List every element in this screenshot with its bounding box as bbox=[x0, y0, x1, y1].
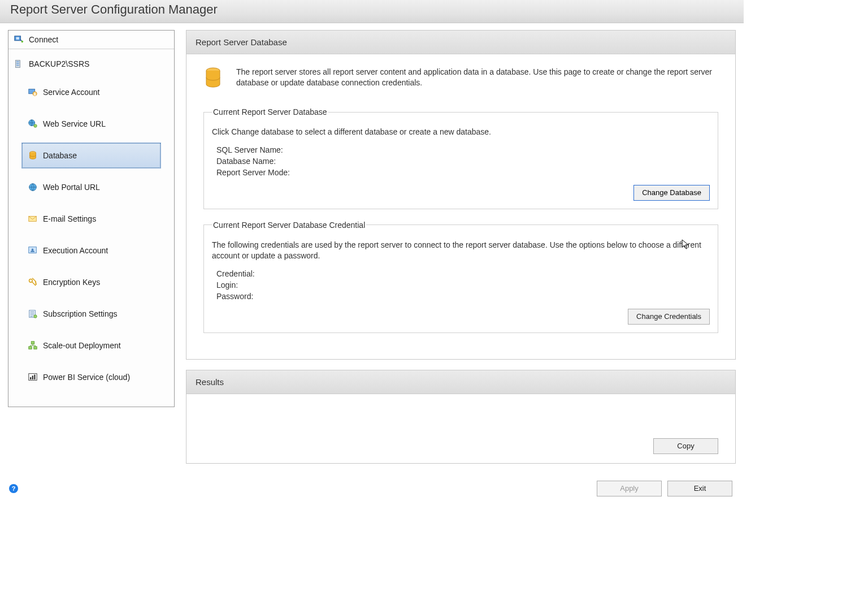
intro-text: The report server stores all report serv… bbox=[236, 67, 718, 89]
svg-rect-21 bbox=[29, 347, 32, 349]
subscription-icon bbox=[27, 308, 38, 319]
nav-scale-out[interactable]: Scale-out Deployment bbox=[22, 333, 160, 358]
nav-label: Database bbox=[43, 151, 77, 160]
nav-label: Power BI Service (cloud) bbox=[43, 373, 130, 382]
sidebar: Connect BACKUP2\SSRS Service Account Web… bbox=[8, 30, 175, 407]
intro-section: The report server stores all report serv… bbox=[203, 67, 718, 89]
main-area: Report Server Database The report server… bbox=[186, 30, 736, 474]
current-db-text: Click Change database to select a differ… bbox=[212, 127, 710, 137]
svg-rect-1 bbox=[16, 37, 19, 40]
report-server-mode-label: Report Server Mode: bbox=[216, 168, 710, 177]
keys-icon bbox=[27, 277, 38, 288]
current-db-legend: Current Report Server Database bbox=[212, 107, 328, 116]
database-large-icon bbox=[203, 67, 223, 89]
svg-point-16 bbox=[32, 248, 34, 251]
svg-rect-5 bbox=[16, 63, 19, 64]
change-credentials-button[interactable]: Change Credentials bbox=[628, 309, 710, 325]
nav-email-settings[interactable]: E-mail Settings bbox=[22, 206, 160, 231]
credential-label: Credential: bbox=[216, 269, 710, 278]
results-panel: Results Copy bbox=[186, 370, 736, 464]
web-portal-icon bbox=[27, 182, 38, 193]
results-title: Results bbox=[186, 370, 735, 394]
svg-rect-25 bbox=[32, 375, 33, 379]
svg-rect-6 bbox=[16, 65, 19, 66]
nav-label: Web Service URL bbox=[43, 119, 106, 128]
database-name-label: Database Name: bbox=[216, 157, 710, 166]
svg-rect-20 bbox=[31, 342, 34, 344]
svg-point-2 bbox=[21, 41, 24, 43]
nav-label: Execution Account bbox=[43, 246, 108, 255]
footer-bar: ? Apply Exit bbox=[0, 476, 744, 504]
change-database-button[interactable]: Change Database bbox=[633, 185, 710, 201]
web-service-icon bbox=[27, 118, 38, 129]
nav-power-bi[interactable]: Power BI Service (cloud) bbox=[22, 365, 160, 390]
nav-label: Subscription Settings bbox=[43, 309, 118, 318]
connect-icon bbox=[13, 34, 24, 45]
svg-rect-22 bbox=[34, 347, 37, 349]
connect-item[interactable]: Connect bbox=[8, 31, 174, 49]
panel-title: Report Server Database bbox=[186, 31, 735, 54]
credentials-legend: Current Report Server Database Credentia… bbox=[212, 221, 366, 230]
copy-button[interactable]: Copy bbox=[653, 438, 718, 454]
credentials-group: Current Report Server Database Credentia… bbox=[203, 221, 718, 333]
nav-label: E-mail Settings bbox=[43, 214, 96, 223]
server-instance-label: BACKUP2\SSRS bbox=[29, 59, 89, 68]
apply-button[interactable]: Apply bbox=[597, 481, 662, 496]
email-icon bbox=[27, 213, 38, 224]
sql-server-name-label: SQL Server Name: bbox=[216, 145, 710, 154]
login-label: Login: bbox=[216, 280, 710, 290]
svg-point-19 bbox=[34, 315, 37, 318]
content-layout: Connect BACKUP2\SSRS Service Account Web… bbox=[0, 23, 744, 476]
nav-subscription-settings[interactable]: Subscription Settings bbox=[22, 301, 160, 326]
credentials-text: The following credentials are used by th… bbox=[212, 240, 710, 261]
database-panel: Report Server Database The report server… bbox=[186, 30, 736, 360]
password-label: Password: bbox=[216, 292, 710, 301]
help-icon[interactable]: ? bbox=[9, 484, 18, 493]
svg-rect-26 bbox=[34, 375, 35, 380]
nav-execution-account[interactable]: Execution Account bbox=[22, 238, 160, 263]
scale-out-icon bbox=[27, 340, 38, 351]
svg-point-11 bbox=[34, 124, 37, 127]
panel-body: The report server stores all report serv… bbox=[186, 54, 735, 359]
nav-label: Encryption Keys bbox=[43, 278, 100, 287]
power-bi-icon bbox=[27, 372, 38, 383]
nav-label: Web Portal URL bbox=[43, 183, 100, 192]
exit-button[interactable]: Exit bbox=[667, 481, 732, 496]
execution-account-icon bbox=[27, 245, 38, 256]
nav-web-portal-url[interactable]: Web Portal URL bbox=[22, 175, 160, 200]
app-title-bar: Report Server Configuration Manager bbox=[0, 0, 744, 23]
service-account-icon bbox=[27, 87, 38, 98]
svg-rect-4 bbox=[16, 61, 19, 62]
svg-rect-24 bbox=[30, 377, 31, 379]
nav-encryption-keys[interactable]: Encryption Keys bbox=[22, 270, 160, 295]
current-db-group: Current Report Server Database Click Cha… bbox=[203, 107, 718, 209]
server-instance-item[interactable]: BACKUP2\SSRS bbox=[8, 49, 174, 73]
nav-list: Service Account Web Service URL Database… bbox=[8, 73, 174, 407]
nav-label: Service Account bbox=[43, 88, 99, 97]
svg-point-9 bbox=[34, 93, 35, 94]
nav-service-account[interactable]: Service Account bbox=[22, 80, 160, 105]
nav-database[interactable]: Database bbox=[22, 143, 160, 168]
nav-web-service-url[interactable]: Web Service URL bbox=[22, 111, 160, 136]
nav-label: Scale-out Deployment bbox=[43, 341, 121, 350]
app-title: Report Server Configuration Manager bbox=[10, 2, 218, 16]
database-icon bbox=[27, 150, 38, 161]
connect-label: Connect bbox=[29, 35, 58, 44]
results-body bbox=[186, 394, 735, 438]
server-icon bbox=[13, 58, 24, 70]
